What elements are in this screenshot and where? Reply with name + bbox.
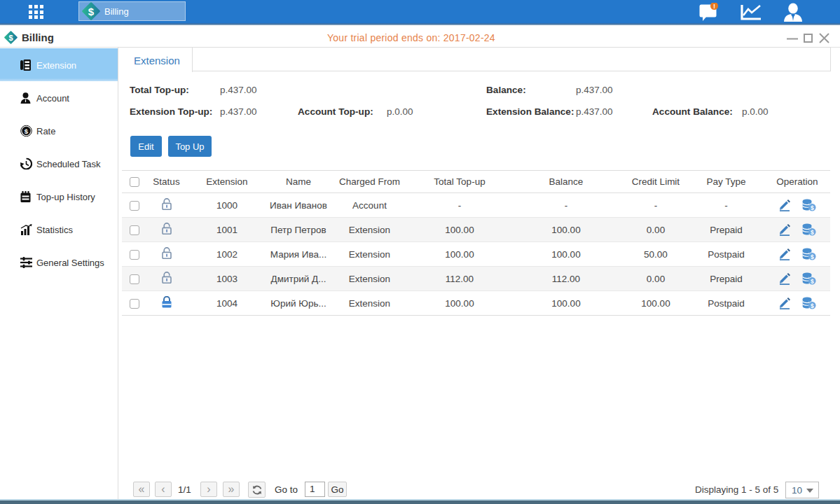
- svg-text:$: $: [810, 229, 813, 236]
- svg-text:$: $: [810, 253, 813, 260]
- svg-text:$: $: [810, 302, 813, 309]
- svg-text:$: $: [810, 278, 813, 285]
- svg-text:$: $: [25, 127, 29, 134]
- svg-text:$: $: [8, 34, 13, 42]
- svg-text:$: $: [810, 204, 813, 211]
- svg-text:$: $: [88, 6, 95, 18]
- svg-text:!: !: [713, 3, 715, 10]
